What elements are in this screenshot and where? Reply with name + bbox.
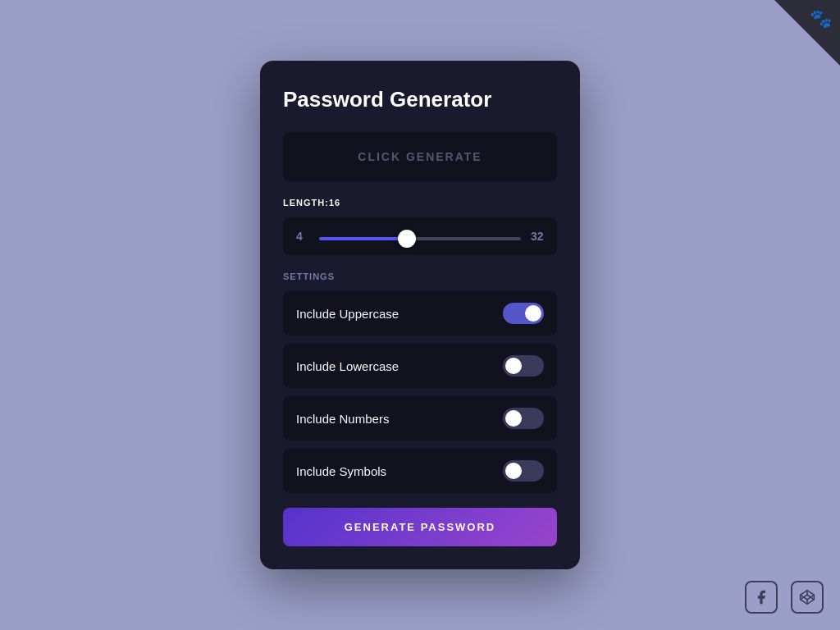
toggle-numbers[interactable]	[503, 408, 544, 429]
settings-label: SETTINGS	[283, 272, 557, 281]
length-section: LENGTH:16 4 32	[283, 198, 557, 255]
password-display: CLICK GENERATE	[283, 132, 557, 181]
toggle-label-symbols: Include Symbols	[296, 464, 386, 478]
toggles-container: Include UppercaseInclude LowercaseInclud…	[283, 291, 557, 493]
slider-max: 32	[531, 230, 544, 243]
toggle-row-symbols: Include Symbols	[283, 449, 557, 493]
toggle-label-uppercase: Include Uppercase	[296, 307, 399, 321]
length-value: 16	[329, 198, 340, 208]
slider-container: 4 32	[283, 217, 557, 255]
facebook-icon[interactable]	[745, 581, 778, 614]
toggle-label-numbers: Include Numbers	[296, 412, 389, 426]
corner-icon: 🐾	[810, 8, 832, 30]
length-slider[interactable]	[319, 237, 521, 240]
bottom-icons	[745, 581, 824, 614]
card-title: Password Generator	[283, 87, 557, 112]
toggle-thumb-uppercase	[525, 305, 541, 322]
toggle-label-lowercase: Include Lowercase	[296, 359, 399, 373]
toggle-row-numbers: Include Numbers	[283, 396, 557, 441]
length-label-text: LENGTH:	[283, 198, 329, 208]
codepen-icon[interactable]	[791, 581, 824, 614]
toggle-thumb-symbols	[505, 463, 522, 479]
toggle-lowercase[interactable]	[503, 355, 544, 377]
toggle-thumb-numbers	[505, 410, 522, 427]
password-generator-card: Password Generator CLICK GENERATE LENGTH…	[260, 61, 580, 569]
length-label: LENGTH:16	[283, 198, 557, 208]
toggle-symbols[interactable]	[503, 460, 544, 482]
generate-password-button[interactable]: GENERATE PASSWORD	[283, 508, 557, 546]
slider-min: 4	[296, 230, 309, 243]
toggle-uppercase[interactable]	[503, 303, 544, 324]
slider-wrapper	[319, 229, 521, 244]
toggle-row-lowercase: Include Lowercase	[283, 344, 557, 388]
toggle-row-uppercase: Include Uppercase	[283, 291, 557, 336]
toggle-thumb-lowercase	[505, 358, 522, 374]
